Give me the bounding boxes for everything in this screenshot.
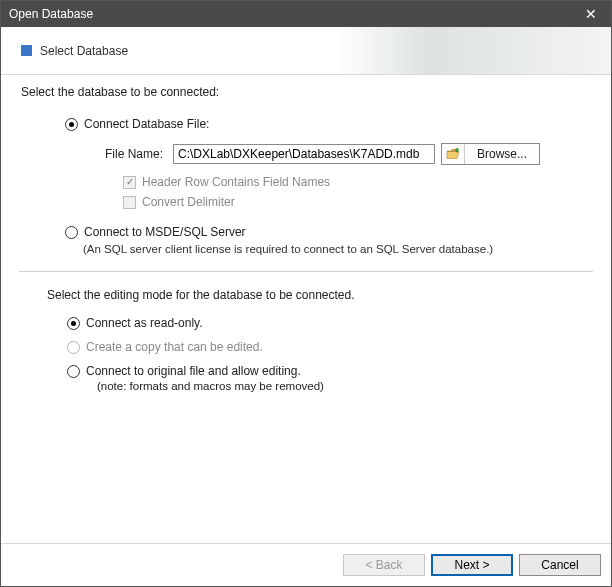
checkbox-header-row: [123, 176, 136, 189]
radio-connect-sql-label: Connect to MSDE/SQL Server: [84, 225, 246, 239]
radio-create-copy: [67, 341, 80, 354]
option-create-copy: Create a copy that can be edited.: [67, 340, 593, 354]
radio-connect-file-label: Connect Database File:: [84, 117, 209, 131]
option-readonly[interactable]: Connect as read-only.: [67, 316, 593, 330]
radio-original[interactable]: [67, 365, 80, 378]
checkbox-convert-delimiter: [123, 196, 136, 209]
select-db-prompt: Select the database to be connected:: [21, 85, 593, 99]
editing-mode-prompt: Select the editing mode for the database…: [47, 288, 593, 302]
next-button-label: Next >: [454, 558, 489, 572]
banner-square-icon: [21, 45, 32, 56]
option-original[interactable]: Connect to original file and allow editi…: [67, 364, 593, 378]
back-button: < Back: [343, 554, 425, 576]
checkbox-convert-delimiter-label: Convert Delimiter: [142, 195, 235, 209]
wizard-banner: Select Database: [1, 27, 611, 75]
file-name-input[interactable]: [173, 144, 435, 164]
close-icon: ✕: [585, 6, 597, 22]
checkbox-header-row-label: Header Row Contains Field Names: [142, 175, 330, 189]
folder-open-icon: [442, 144, 465, 164]
editing-mode-section: Select the editing mode for the database…: [47, 288, 593, 392]
close-button[interactable]: ✕: [571, 1, 611, 27]
convert-delimiter-option: Convert Delimiter: [123, 195, 593, 209]
file-name-row: File Name: Browse...: [93, 143, 593, 165]
option-connect-sql[interactable]: Connect to MSDE/SQL Server: [65, 225, 593, 239]
sql-license-note: (An SQL server client license is require…: [83, 243, 593, 255]
divider: [19, 271, 593, 272]
back-button-label: < Back: [365, 558, 402, 572]
open-database-dialog: Open Database ✕ Select Database Select t…: [0, 0, 612, 587]
original-note: (note: formats and macros may be removed…: [97, 380, 593, 392]
option-connect-file[interactable]: Connect Database File:: [65, 117, 593, 131]
browse-button[interactable]: Browse...: [441, 143, 540, 165]
file-name-label: File Name:: [93, 147, 173, 161]
radio-connect-file[interactable]: [65, 118, 78, 131]
radio-create-copy-label: Create a copy that can be edited.: [86, 340, 263, 354]
radio-readonly-label: Connect as read-only.: [86, 316, 203, 330]
header-row-option: Header Row Contains Field Names: [123, 175, 593, 189]
footer: < Back Next > Cancel: [1, 543, 611, 586]
browse-button-label: Browse...: [465, 147, 539, 161]
radio-readonly[interactable]: [67, 317, 80, 330]
radio-original-label: Connect to original file and allow editi…: [86, 364, 301, 378]
next-button[interactable]: Next >: [431, 554, 513, 576]
window-title: Open Database: [9, 7, 571, 21]
content-area: Select the database to be connected: Con…: [1, 75, 611, 543]
radio-connect-sql[interactable]: [65, 226, 78, 239]
titlebar: Open Database ✕: [1, 1, 611, 27]
banner-title: Select Database: [40, 44, 128, 58]
cancel-button-label: Cancel: [541, 558, 578, 572]
cancel-button[interactable]: Cancel: [519, 554, 601, 576]
